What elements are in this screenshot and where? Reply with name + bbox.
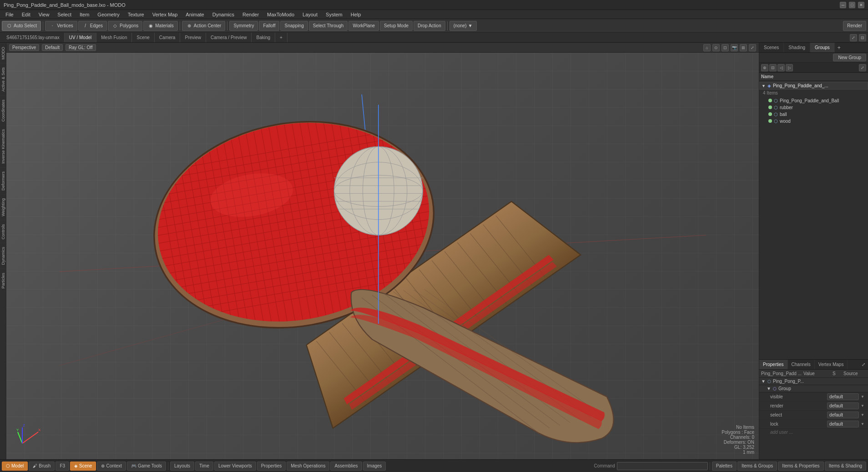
props-add-user-row[interactable]: add user ...: [759, 429, 868, 436]
command-input[interactable]: [617, 462, 708, 470]
left-tab-weighting[interactable]: Weighting: [0, 194, 6, 220]
menu-help[interactable]: Help: [347, 11, 365, 18]
props-dropdown-render[interactable]: ▼: [861, 404, 864, 408]
bottom-layouts-btn[interactable]: Layouts: [170, 462, 194, 471]
workplane-button[interactable]: WorkPlane: [348, 21, 379, 31]
left-tab-inverse-kinematics[interactable]: Inverse Kinematics: [0, 125, 6, 167]
tab-camera[interactable]: Camera: [155, 33, 181, 42]
props-tab-vertex-maps[interactable]: Vertex Maps: [815, 360, 848, 369]
tree-item-ball[interactable]: ⬡ ball: [759, 111, 868, 118]
view-mode-dropdown[interactable]: Perspective: [9, 44, 39, 51]
symmetry-button[interactable]: Symmetry: [229, 21, 258, 31]
viewport-3d[interactable]: Perspective Default Ray GL: Off ⌂ ⊙ ⊡ 📷 …: [6, 43, 759, 459]
camera-btn[interactable]: 📷: [731, 44, 738, 51]
tab-preview[interactable]: Preview: [180, 33, 206, 42]
menu-animate[interactable]: Animate: [182, 11, 207, 18]
tree-main-group[interactable]: ▼ ◈ Ping_Pong_Paddle_and_...: [759, 82, 868, 90]
left-tab-dynamics[interactable]: Dynamics: [0, 243, 6, 269]
maximize-view-btn[interactable]: ⤢: [749, 44, 756, 51]
bottom-palettes-btn[interactable]: Palettes: [712, 462, 737, 471]
groups-tool-1[interactable]: ⊕: [761, 64, 768, 71]
tab-uv-model[interactable]: UV / Model: [65, 33, 96, 42]
props-value-render[interactable]: default: [827, 402, 859, 409]
bottom-items-properties-btn[interactable]: Items & Properties: [778, 462, 823, 471]
shading-dropdown[interactable]: Default: [42, 44, 63, 51]
select-through-button[interactable]: Select Through: [309, 21, 348, 31]
bottom-game-tools-btn[interactable]: 🎮 Game Tools: [127, 462, 166, 471]
menu-geometry[interactable]: Geometry: [94, 11, 123, 18]
zoom-fit-btn[interactable]: ⊙: [712, 44, 720, 51]
bottom-f3-label[interactable]: F3: [56, 462, 69, 471]
props-dropdown-visible[interactable]: ▼: [861, 395, 864, 399]
props-value-visible[interactable]: default: [827, 393, 859, 400]
new-group-button[interactable]: New Group: [833, 54, 866, 61]
frame-selected-btn[interactable]: ⊡: [722, 44, 729, 51]
split-viewport-btn[interactable]: ⊟: [859, 34, 866, 41]
drop-action-button[interactable]: Drop Action: [414, 21, 445, 31]
props-expand-button[interactable]: ⤢: [859, 361, 868, 368]
props-main-item[interactable]: ▼ ⬡ Ping_Pong_P...: [759, 378, 868, 385]
props-value-select[interactable]: default: [827, 412, 859, 418]
groups-tool-4[interactable]: ▷: [786, 64, 793, 71]
left-tab-modo[interactable]: MODO: [0, 43, 6, 63]
ray-gl-indicator[interactable]: Ray GL: Off: [66, 44, 96, 51]
auto-select-button[interactable]: ⬡ Auto Select: [2, 21, 41, 31]
menu-maxtomodo[interactable]: MaxToModo: [263, 11, 298, 18]
bottom-scene-btn[interactable]: ◈ Scene: [70, 462, 96, 471]
left-tab-deformers[interactable]: Deformers: [0, 167, 6, 194]
menu-file[interactable]: File: [2, 11, 17, 18]
props-dropdown-lock[interactable]: ▼: [861, 422, 864, 426]
home-view-btn[interactable]: ⌂: [703, 44, 711, 51]
menu-view[interactable]: View: [35, 11, 53, 18]
menu-system[interactable]: System: [322, 11, 346, 18]
grid-btn[interactable]: ⊞: [740, 44, 747, 51]
bottom-context-btn[interactable]: ⊕ Context: [97, 462, 126, 471]
menu-dynamics[interactable]: Dynamics: [209, 11, 238, 18]
tree-item-paddle[interactable]: ⬡ Ping_Pong_Paddle_and_Ball: [759, 97, 868, 104]
maximize-button[interactable]: □: [849, 2, 855, 8]
groups-tool-2[interactable]: ⊟: [769, 64, 777, 71]
tab-camera-preview[interactable]: Camera / Preview: [206, 33, 252, 42]
polygons-button[interactable]: ◇ Polygons: [108, 21, 142, 31]
left-tab-coordinates[interactable]: Coordinates: [0, 95, 6, 126]
bottom-model-btn[interactable]: ⬡ Model: [2, 462, 28, 471]
falloff-button[interactable]: Falloff: [259, 21, 279, 31]
bottom-items-shading-btn[interactable]: Items & Shading: [825, 462, 866, 471]
tab-add-btn[interactable]: +: [835, 44, 843, 52]
tab-scenes[interactable]: Scenes: [759, 43, 784, 52]
menu-layout[interactable]: Layout: [299, 11, 321, 18]
props-dropdown-select[interactable]: ▼: [861, 413, 864, 417]
props-tab-properties[interactable]: Properties: [759, 360, 788, 369]
setup-mode-button[interactable]: Setup Mode: [380, 21, 413, 31]
bottom-brush-btn[interactable]: 🖌 Brush: [29, 462, 55, 471]
bottom-assemblies-btn[interactable]: Assemblies: [330, 462, 362, 471]
bottom-time-btn[interactable]: Time: [195, 462, 213, 471]
minimize-button[interactable]: ─: [840, 2, 846, 8]
action-center-button[interactable]: ⊕ Action Center: [182, 21, 226, 31]
edges-button[interactable]: / Edges: [78, 21, 107, 31]
materials-button[interactable]: ◉ Materials: [143, 21, 178, 31]
expand-viewport-btn[interactable]: ⤢: [850, 34, 857, 41]
close-button[interactable]: ✕: [858, 2, 864, 8]
tree-item-rubber[interactable]: ⬡ rubber: [759, 104, 868, 111]
menu-vertex-map[interactable]: Vertex Map: [149, 11, 182, 18]
tab-add[interactable]: +: [275, 33, 288, 42]
menu-item[interactable]: Item: [76, 11, 93, 18]
none-dropdown[interactable]: (none) ▼: [449, 21, 477, 31]
props-value-lock[interactable]: default: [827, 421, 859, 427]
left-tab-active-sets[interactable]: Active & Sets: [0, 63, 6, 95]
left-tab-controls[interactable]: Controls: [0, 220, 6, 243]
bottom-properties-btn[interactable]: Properties: [257, 462, 286, 471]
bottom-items-groups-btn[interactable]: Items & Groups: [737, 462, 777, 471]
tab-scene[interactable]: Scene: [132, 33, 154, 42]
render-button[interactable]: Render: [843, 21, 866, 31]
tree-item-wood[interactable]: ⬡ wood: [759, 118, 868, 125]
menu-select[interactable]: Select: [54, 11, 75, 18]
vertices-button[interactable]: · Vertices: [45, 21, 77, 31]
menu-render[interactable]: Render: [239, 11, 262, 18]
groups-expand-btn[interactable]: ⤢: [859, 64, 866, 71]
tab-shading[interactable]: Shading: [784, 43, 810, 52]
bottom-lower-viewports-btn[interactable]: Lower Viewports: [214, 462, 256, 471]
tab-groups[interactable]: Groups: [810, 43, 835, 52]
bottom-images-btn[interactable]: Images: [363, 462, 386, 471]
